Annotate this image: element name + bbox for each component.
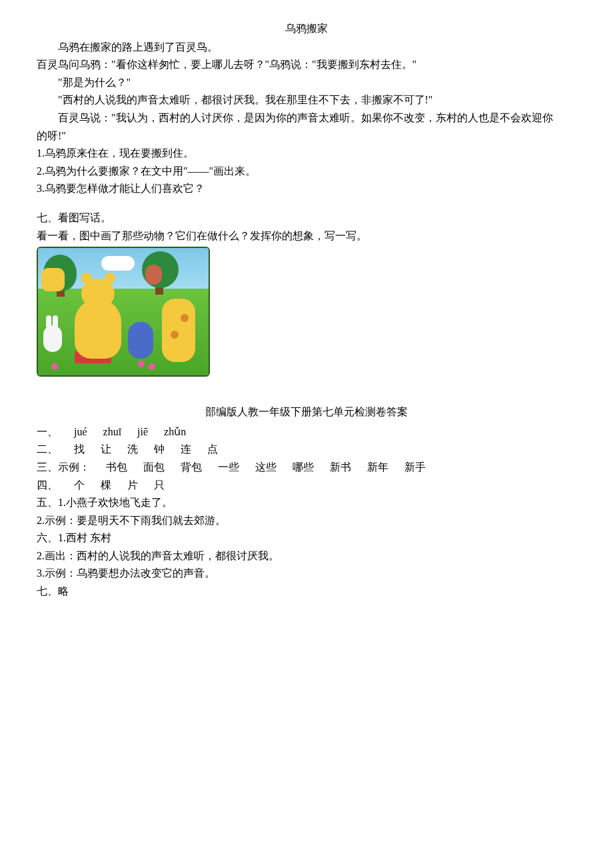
answer-3-item: 一些 [218,461,239,473]
answer-3-item: 新书 [330,461,351,473]
answer-2-item: 让 [101,443,111,455]
story-title: 乌鸦搬家 [37,20,576,37]
owl-character [145,265,162,285]
answer-6-1: 六、1.西村 东村 [37,529,576,547]
story-p5: 百灵鸟说："我认为，西村的人讨厌你，是因为你的声音太难听。如果你不改变，东村的人… [37,109,576,127]
answer-3-item: 这些 [255,461,277,473]
answer-3-item: 背包 [181,461,202,473]
answer-3-label: 三、示例： [37,461,90,473]
story-p1: 乌鸦在搬家的路上遇到了百灵鸟。 [37,39,576,56]
question-3: 3.乌鸦要怎样做才能让人们喜欢它？ [37,180,576,197]
answer-4-item: 只 [154,479,165,491]
answer-5-2: 2.示例：要是明天不下雨我们就去郊游。 [37,512,576,529]
rabbit-ear [46,315,51,329]
answer-4-item: 个 [74,479,85,491]
answer-5-1: 五、1.小燕子欢快地飞走了。 [37,494,576,511]
cat-character [41,268,65,291]
answer-2-item: 洗 [127,443,138,455]
answer-3-item: 新手 [404,461,426,473]
story-p2: 百灵鸟问乌鸦："看你这样匆忙，要上哪儿去呀？"乌鸦说："我要搬到东村去住。" [37,56,576,73]
answer-1-label: 一、 [37,426,58,437]
answer-2: 二、找让洗钟连点 [37,441,576,458]
answer-6-3: 3.示例：乌鸦要想办法改变它的声音。 [37,565,576,582]
answer-4-item: 棵 [101,479,111,491]
cloud [101,256,135,271]
answers-title: 部编版人教一年级下册第七单元检测卷答案 [37,403,576,421]
answer-1-item: zhuī [103,426,122,437]
question-1: 1.乌鸦原来住在，现在要搬到住。 [37,145,576,162]
animals-picture [37,247,210,377]
answer-3-item: 哪些 [293,461,314,473]
answer-4: 四、个棵片只 [37,477,576,494]
rabbit-character [43,325,62,352]
answer-2-item: 点 [207,443,218,455]
section-7-instruction: 看一看，图中画了那些动物？它们在做什么？发挥你的想象，写一写。 [37,227,576,245]
answer-1-item: jué [74,426,87,437]
answer-4-item: 片 [127,479,138,491]
answer-1: 一、juézhuījiēzhǔn [37,423,576,441]
story-p3: "那是为什么？" [37,74,576,91]
answer-1-item: jiē [137,426,148,437]
section-7-heading: 七、看图写话。 [37,209,576,227]
bear-ear [105,273,115,283]
answer-4-label: 四、 [37,479,58,491]
rabbit-ear [53,315,58,329]
answer-2-item: 找 [74,443,85,455]
answer-3-item: 书包 [106,461,127,473]
bear-ear [81,273,92,283]
story-p4: "西村的人说我的声音太难听，都很讨厌我。我在那里住不下去，非搬家不可了!" [37,91,576,109]
answer-2-item: 连 [181,443,191,455]
blue-character [128,322,153,359]
answer-3-item: 面包 [143,461,165,473]
story-p5b: 的呀!" [37,127,576,145]
answer-2-item: 钟 [154,443,165,455]
answer-2-label: 二、 [37,443,58,455]
answer-3: 三、示例：书包面包背包一些这些哪些新书新年新手 [37,459,576,476]
answer-6-2: 2.画出：西村的人说我的声音太难听，都很讨厌我。 [37,547,576,565]
answer-7: 七、略 [37,583,576,600]
answer-1-item: zhǔn [164,426,186,437]
question-2: 2.乌鸦为什么要搬家？在文中用"——"画出来。 [37,163,576,180]
giraffe-character [162,299,195,362]
answer-3-item: 新年 [367,461,388,473]
